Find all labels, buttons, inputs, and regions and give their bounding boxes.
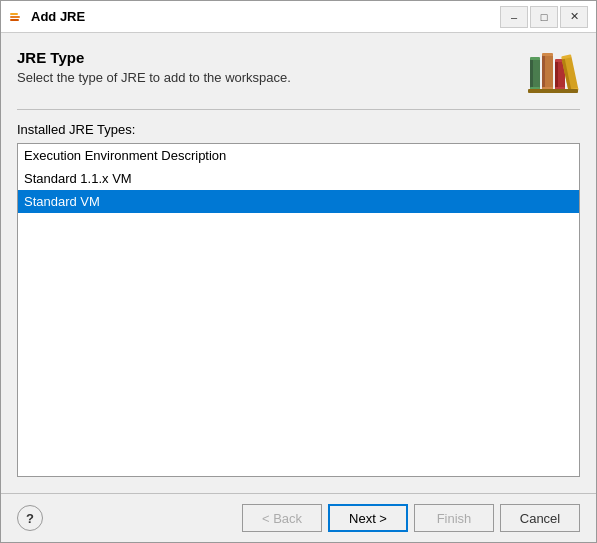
next-button[interactable]: Next > [328,504,408,532]
svg-rect-0 [10,13,18,15]
help-button[interactable]: ? [17,505,43,531]
header-text: JRE Type Select the type of JRE to add t… [17,49,514,85]
svg-rect-19 [528,89,578,93]
navigation-buttons: < Back Next > Finish Cancel [242,504,580,532]
list-item-standard-11x[interactable]: Standard 1.1.x VM [18,167,579,190]
close-button[interactable]: ✕ [560,6,588,28]
header-divider [17,109,580,110]
svg-rect-8 [542,55,545,89]
list-item-standard-vm[interactable]: Standard VM [18,190,579,213]
maximize-button[interactable]: □ [530,6,558,28]
books-icon [526,49,580,97]
bottom-bar: ? < Back Next > Finish Cancel [1,493,596,542]
jre-types-list[interactable]: Execution Environment Description Standa… [17,143,580,477]
finish-button[interactable]: Finish [414,504,494,532]
header-section: JRE Type Select the type of JRE to add t… [17,49,580,97]
minimize-button[interactable]: – [500,6,528,28]
page-subtitle: Select the type of JRE to add to the wor… [17,70,514,85]
list-item-execution-env[interactable]: Execution Environment Description [18,144,579,167]
main-content: JRE Type Select the type of JRE to add t… [1,33,596,493]
svg-rect-9 [542,53,553,56]
svg-rect-12 [555,61,558,89]
window-title: Add JRE [31,9,500,24]
installed-label: Installed JRE Types: [17,122,580,137]
cancel-button[interactable]: Cancel [500,504,580,532]
window-icon [9,9,25,25]
page-title: JRE Type [17,49,514,66]
title-bar: Add JRE – □ ✕ [1,1,596,33]
window-controls: – □ ✕ [500,6,588,28]
add-jre-window: Add JRE – □ ✕ JRE Type Select the type o… [0,0,597,543]
svg-rect-5 [530,57,540,60]
svg-rect-2 [10,19,19,21]
back-button[interactable]: < Back [242,504,322,532]
svg-rect-1 [10,16,20,18]
svg-rect-4 [530,59,533,89]
